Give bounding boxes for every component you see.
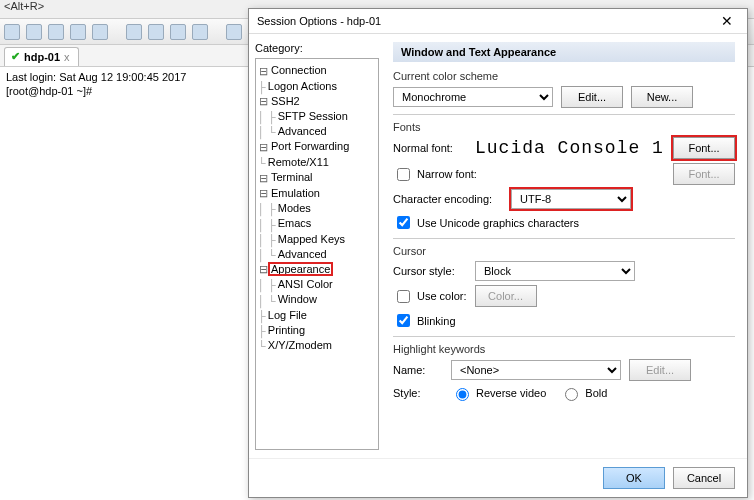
toolbar-icon[interactable] (148, 24, 164, 40)
toolbar-icon[interactable] (226, 24, 242, 40)
char-encoding-label: Character encoding: (393, 193, 503, 205)
unicode-graphics-checkbox[interactable]: Use Unicode graphics characters (393, 213, 579, 232)
connected-icon: ✔ (11, 50, 20, 63)
toolbar-icon[interactable] (4, 24, 20, 40)
normal-font-value: Lucida Console 1 (475, 138, 665, 158)
tree-ansi-color[interactable]: ANSI Color (276, 278, 335, 290)
toolbar-icon[interactable] (126, 24, 142, 40)
tree-collapse-icon[interactable]: ⊟ (258, 172, 268, 185)
tree-collapse-icon[interactable]: ⊟ (258, 141, 268, 154)
hk-edit-button: Edit... (629, 359, 691, 381)
tree-terminal[interactable]: Terminal (269, 171, 315, 183)
tree-appearance[interactable]: Appearance (269, 263, 332, 275)
tree-logon-actions[interactable]: Logon Actions (266, 80, 339, 92)
blinking-checkbox[interactable]: Blinking (393, 311, 456, 330)
toolbar-icon[interactable] (170, 24, 186, 40)
tree-port-forwarding[interactable]: Port Forwarding (269, 140, 351, 152)
session-options-dialog: Session Options - hdp-01 ✕ Category: ⊟Co… (248, 8, 748, 498)
cursor-style-select[interactable]: Block (475, 261, 635, 281)
fonts-label: Fonts (393, 121, 735, 133)
char-encoding-select[interactable]: UTF-8 (511, 189, 631, 209)
toolbar-icon[interactable] (70, 24, 86, 40)
tree-modes[interactable]: Modes (276, 202, 313, 214)
ok-button[interactable]: OK (603, 467, 665, 489)
tree-xyzmodem[interactable]: X/Y/Zmodem (266, 339, 334, 351)
toolbar-icon[interactable] (92, 24, 108, 40)
narrow-font-button: Font... (673, 163, 735, 185)
new-scheme-button[interactable]: New... (631, 86, 693, 108)
tree-collapse-icon[interactable]: ⊟ (258, 95, 268, 108)
cancel-button[interactable]: Cancel (673, 467, 735, 489)
tree-mapped-keys[interactable]: Mapped Keys (276, 233, 347, 245)
use-color-checkbox[interactable]: Use color: (393, 287, 467, 306)
tree-advanced-ssh[interactable]: Advanced (276, 125, 329, 137)
category-label: Category: (255, 42, 379, 54)
session-tab[interactable]: ✔ hdp-01 x (4, 47, 79, 66)
toolbar-icon[interactable] (26, 24, 42, 40)
tree-emacs[interactable]: Emacs (276, 217, 314, 229)
category-tree[interactable]: ⊟Connection ├ Logon Actions ⊟SSH2 │ ├ SF… (255, 58, 379, 450)
color-scheme-select[interactable]: Monochrome (393, 87, 553, 107)
normal-font-label: Normal font: (393, 142, 467, 154)
tree-connection[interactable]: Connection (269, 64, 329, 76)
highlight-keywords-label: Highlight keywords (393, 343, 735, 355)
hk-style-label: Style: (393, 387, 443, 399)
narrow-font-checkbox[interactable]: Narrow font: (393, 165, 477, 184)
tree-printing[interactable]: Printing (266, 324, 307, 336)
tree-emulation[interactable]: Emulation (269, 187, 322, 199)
normal-font-button[interactable]: Font... (673, 137, 735, 159)
tree-log-file[interactable]: Log File (266, 309, 309, 321)
tree-ssh2[interactable]: SSH2 (269, 95, 302, 107)
dialog-title: Session Options - hdp-01 (257, 15, 381, 27)
tree-collapse-icon[interactable]: ⊟ (258, 263, 268, 276)
cursor-color-button: Color... (475, 285, 537, 307)
close-icon[interactable]: ✕ (715, 11, 739, 31)
bold-radio[interactable]: Bold (560, 385, 607, 401)
edit-scheme-button[interactable]: Edit... (561, 86, 623, 108)
tree-sftp-session[interactable]: SFTP Session (276, 110, 350, 122)
tree-window[interactable]: Window (276, 293, 319, 305)
toolbar-icon[interactable] (48, 24, 64, 40)
tree-advanced-emu[interactable]: Advanced (276, 248, 329, 260)
panel-title: Window and Text Appearance (393, 42, 735, 62)
cursor-label: Cursor (393, 245, 735, 257)
color-scheme-label: Current color scheme (393, 70, 735, 82)
close-tab-icon[interactable]: x (64, 51, 70, 63)
hk-name-label: Name: (393, 364, 443, 376)
toolbar-icon[interactable] (192, 24, 208, 40)
dialog-titlebar: Session Options - hdp-01 ✕ (249, 9, 747, 34)
reverse-video-radio[interactable]: Reverse video (451, 385, 546, 401)
tree-collapse-icon[interactable]: ⊟ (258, 65, 268, 78)
tree-remote-x11[interactable]: Remote/X11 (266, 156, 331, 168)
tree-collapse-icon[interactable]: ⊟ (258, 187, 268, 200)
hk-name-select[interactable]: <None> (451, 360, 621, 380)
tab-label: hdp-01 (24, 51, 60, 63)
cursor-style-label: Cursor style: (393, 265, 467, 277)
